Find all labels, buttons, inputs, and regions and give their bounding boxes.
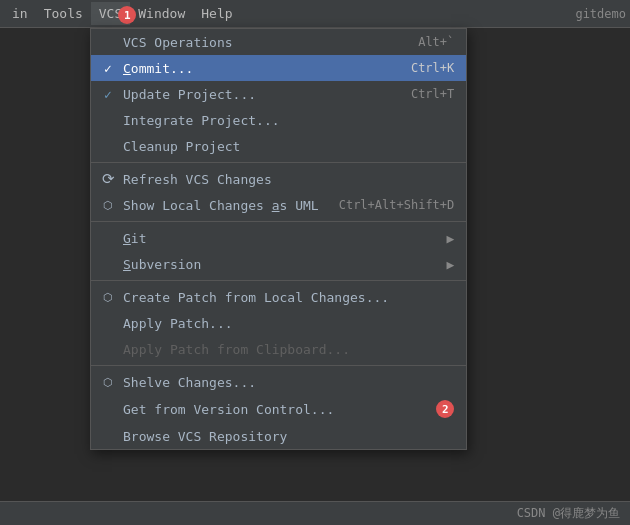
menubar-item-vcs[interactable]: VCS 1: [91, 2, 130, 25]
create-patch-icon: ⬡: [99, 291, 117, 304]
footer-text: CSDN @得鹿梦为鱼: [517, 505, 620, 522]
menu-item-refresh-vcs[interactable]: ⟳ Refresh VCS Changes: [91, 166, 466, 192]
git-arrow-icon: ▶: [446, 231, 454, 246]
menubar-item-tools[interactable]: Tools: [36, 2, 91, 25]
menu-item-vcs-operations[interactable]: VCS Operations Alt+`: [91, 29, 466, 55]
uml-icon: ⬡: [99, 199, 117, 212]
get-from-vc-badge: 2: [436, 400, 454, 418]
menu-item-commit[interactable]: ✓ Commit... Ctrl+K: [91, 55, 466, 81]
commit-check-icon: ✓: [99, 61, 117, 76]
refresh-icon: ⟳: [99, 170, 117, 188]
menu-item-integrate-project[interactable]: Integrate Project...: [91, 107, 466, 133]
menu-item-get-from-vc[interactable]: Get from Version Control... 2: [91, 395, 466, 423]
update-check-icon: ✓: [99, 87, 117, 102]
menu-item-browse-vcs[interactable]: Browse VCS Repository: [91, 423, 466, 449]
menu-item-shelve-changes[interactable]: ⬡ Shelve Changes...: [91, 369, 466, 395]
divider-2: [91, 221, 466, 222]
menubar-item-window[interactable]: Window: [130, 2, 193, 25]
menu-item-show-local-changes[interactable]: ⬡ Show Local Changes as UML Ctrl+Alt+Shi…: [91, 192, 466, 218]
divider-1: [91, 162, 466, 163]
menu-item-update-project[interactable]: ✓ Update Project... Ctrl+T: [91, 81, 466, 107]
menu-item-cleanup-project[interactable]: Cleanup Project: [91, 133, 466, 159]
divider-3: [91, 280, 466, 281]
shelve-icon: ⬡: [99, 376, 117, 389]
vcs-dropdown-menu: VCS Operations Alt+` ✓ Commit... Ctrl+K …: [90, 28, 467, 450]
menu-item-subversion[interactable]: Subversion ▶: [91, 251, 466, 277]
menubar-item-help[interactable]: Help: [193, 2, 240, 25]
project-title: gitdemo: [575, 7, 626, 21]
menu-item-apply-patch-clipboard: Apply Patch from Clipboard...: [91, 336, 466, 362]
menu-item-apply-patch[interactable]: Apply Patch...: [91, 310, 466, 336]
footer-bar: CSDN @得鹿梦为鱼: [0, 501, 630, 525]
menubar-item-in[interactable]: in: [4, 2, 36, 25]
subversion-arrow-icon: ▶: [446, 257, 454, 272]
menu-item-create-patch[interactable]: ⬡ Create Patch from Local Changes...: [91, 284, 466, 310]
menu-item-git[interactable]: Git ▶: [91, 225, 466, 251]
divider-4: [91, 365, 466, 366]
menubar: in Tools VCS 1 Window Help gitdemo: [0, 0, 630, 28]
